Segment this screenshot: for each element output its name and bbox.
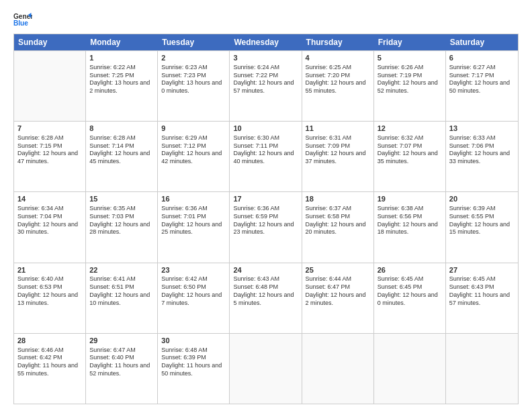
day-number: 7 bbox=[17, 124, 82, 134]
day-info: Sunrise: 6:32 AM Sunset: 7:07 PM Dayligh… bbox=[378, 134, 442, 166]
day-cell-29: 29Sunrise: 6:47 AM Sunset: 6:40 PM Dayli… bbox=[86, 334, 158, 404]
day-info: Sunrise: 6:37 AM Sunset: 6:58 PM Dayligh… bbox=[306, 205, 370, 236]
calendar-header: SundayMondayTuesdayWednesdayThursdayFrid… bbox=[14, 34, 518, 50]
day-cell-19: 19Sunrise: 6:38 AM Sunset: 6:56 PM Dayli… bbox=[374, 192, 446, 262]
header-day-thursday: Thursday bbox=[302, 34, 374, 50]
header-day-friday: Friday bbox=[374, 34, 446, 50]
day-info: Sunrise: 6:45 AM Sunset: 6:43 PM Dayligh… bbox=[449, 275, 515, 307]
day-number: 3 bbox=[233, 53, 298, 63]
day-number: 6 bbox=[449, 53, 515, 63]
day-cell-1: 1Sunrise: 6:22 AM Sunset: 7:25 PM Daylig… bbox=[86, 51, 158, 121]
day-info: Sunrise: 6:28 AM Sunset: 7:15 PM Dayligh… bbox=[17, 134, 82, 166]
day-info: Sunrise: 6:22 AM Sunset: 7:25 PM Dayligh… bbox=[89, 64, 154, 95]
day-cell-26: 26Sunrise: 6:45 AM Sunset: 6:45 PM Dayli… bbox=[374, 263, 446, 333]
calendar-body: 1Sunrise: 6:22 AM Sunset: 7:25 PM Daylig… bbox=[14, 50, 518, 404]
day-info: Sunrise: 6:23 AM Sunset: 7:23 PM Dayligh… bbox=[161, 64, 226, 95]
day-number: 18 bbox=[306, 194, 370, 204]
day-cell-6: 6Sunrise: 6:27 AM Sunset: 7:17 PM Daylig… bbox=[446, 51, 518, 121]
day-info: Sunrise: 6:41 AM Sunset: 6:51 PM Dayligh… bbox=[89, 275, 154, 307]
day-number: 23 bbox=[161, 265, 226, 275]
day-cell-11: 11Sunrise: 6:31 AM Sunset: 7:09 PM Dayli… bbox=[302, 122, 374, 191]
day-info: Sunrise: 6:33 AM Sunset: 7:06 PM Dayligh… bbox=[449, 134, 515, 166]
day-info: Sunrise: 6:44 AM Sunset: 6:47 PM Dayligh… bbox=[306, 275, 370, 307]
logo: General Blue bbox=[13, 11, 32, 30]
day-number: 9 bbox=[161, 124, 226, 134]
day-cell-17: 17Sunrise: 6:36 AM Sunset: 6:59 PM Dayli… bbox=[230, 192, 302, 262]
day-cell-16: 16Sunrise: 6:36 AM Sunset: 7:01 PM Dayli… bbox=[158, 192, 230, 262]
day-cell-22: 22Sunrise: 6:41 AM Sunset: 6:51 PM Dayli… bbox=[86, 263, 158, 333]
day-info: Sunrise: 6:43 AM Sunset: 6:48 PM Dayligh… bbox=[233, 275, 298, 307]
day-cell-25: 25Sunrise: 6:44 AM Sunset: 6:47 PM Dayli… bbox=[302, 263, 374, 333]
week-row-3: 21Sunrise: 6:40 AM Sunset: 6:53 PM Dayli… bbox=[14, 263, 518, 333]
day-cell-15: 15Sunrise: 6:35 AM Sunset: 7:03 PM Dayli… bbox=[86, 192, 158, 262]
day-cell-5: 5Sunrise: 6:26 AM Sunset: 7:19 PM Daylig… bbox=[374, 51, 446, 121]
day-info: Sunrise: 6:38 AM Sunset: 6:56 PM Dayligh… bbox=[378, 205, 442, 236]
header-day-wednesday: Wednesday bbox=[230, 34, 302, 50]
day-number: 29 bbox=[89, 336, 154, 346]
header-day-saturday: Saturday bbox=[446, 34, 518, 50]
day-number: 14 bbox=[17, 194, 82, 204]
empty-cell bbox=[374, 334, 446, 404]
day-info: Sunrise: 6:24 AM Sunset: 7:22 PM Dayligh… bbox=[233, 64, 298, 95]
day-cell-9: 9Sunrise: 6:29 AM Sunset: 7:12 PM Daylig… bbox=[158, 122, 230, 191]
day-cell-13: 13Sunrise: 6:33 AM Sunset: 7:06 PM Dayli… bbox=[446, 122, 518, 191]
day-number: 20 bbox=[449, 194, 515, 204]
day-number: 4 bbox=[306, 53, 370, 63]
day-number: 26 bbox=[378, 265, 442, 275]
header-day-tuesday: Tuesday bbox=[158, 34, 230, 50]
logo-icon: General Blue bbox=[13, 11, 32, 30]
day-number: 28 bbox=[17, 336, 82, 346]
day-number: 17 bbox=[233, 194, 298, 204]
day-info: Sunrise: 6:31 AM Sunset: 7:09 PM Dayligh… bbox=[306, 134, 370, 166]
day-number: 13 bbox=[449, 124, 515, 134]
week-row-0: 1Sunrise: 6:22 AM Sunset: 7:25 PM Daylig… bbox=[14, 50, 518, 121]
day-number: 25 bbox=[306, 265, 370, 275]
day-info: Sunrise: 6:28 AM Sunset: 7:14 PM Dayligh… bbox=[89, 134, 154, 166]
day-number: 11 bbox=[306, 124, 370, 134]
day-cell-10: 10Sunrise: 6:30 AM Sunset: 7:11 PM Dayli… bbox=[230, 122, 302, 191]
day-info: Sunrise: 6:47 AM Sunset: 6:40 PM Dayligh… bbox=[89, 347, 154, 378]
day-info: Sunrise: 6:46 AM Sunset: 6:42 PM Dayligh… bbox=[17, 347, 82, 378]
day-cell-21: 21Sunrise: 6:40 AM Sunset: 6:53 PM Dayli… bbox=[14, 263, 86, 333]
day-info: Sunrise: 6:27 AM Sunset: 7:17 PM Dayligh… bbox=[449, 64, 515, 95]
day-info: Sunrise: 6:35 AM Sunset: 7:03 PM Dayligh… bbox=[89, 205, 154, 236]
day-cell-20: 20Sunrise: 6:39 AM Sunset: 6:55 PM Dayli… bbox=[446, 192, 518, 262]
day-number: 24 bbox=[233, 265, 298, 275]
day-info: Sunrise: 6:26 AM Sunset: 7:19 PM Dayligh… bbox=[378, 64, 442, 95]
day-info: Sunrise: 6:36 AM Sunset: 7:01 PM Dayligh… bbox=[161, 205, 226, 236]
day-number: 22 bbox=[89, 265, 154, 275]
day-number: 19 bbox=[378, 194, 442, 204]
day-info: Sunrise: 6:34 AM Sunset: 7:04 PM Dayligh… bbox=[17, 205, 82, 236]
day-cell-3: 3Sunrise: 6:24 AM Sunset: 7:22 PM Daylig… bbox=[230, 51, 302, 121]
day-info: Sunrise: 6:29 AM Sunset: 7:12 PM Dayligh… bbox=[161, 134, 226, 166]
day-number: 16 bbox=[161, 194, 226, 204]
empty-cell bbox=[230, 334, 302, 404]
day-info: Sunrise: 6:45 AM Sunset: 6:45 PM Dayligh… bbox=[378, 275, 442, 307]
day-cell-8: 8Sunrise: 6:28 AM Sunset: 7:14 PM Daylig… bbox=[86, 122, 158, 191]
day-info: Sunrise: 6:25 AM Sunset: 7:20 PM Dayligh… bbox=[306, 64, 370, 95]
day-number: 1 bbox=[89, 53, 154, 63]
day-number: 2 bbox=[161, 53, 226, 63]
day-number: 15 bbox=[89, 194, 154, 204]
day-number: 27 bbox=[449, 265, 515, 275]
day-cell-28: 28Sunrise: 6:46 AM Sunset: 6:42 PM Dayli… bbox=[14, 334, 86, 404]
day-cell-18: 18Sunrise: 6:37 AM Sunset: 6:58 PM Dayli… bbox=[302, 192, 374, 262]
empty-cell bbox=[14, 51, 86, 121]
week-row-1: 7Sunrise: 6:28 AM Sunset: 7:15 PM Daylig… bbox=[14, 121, 518, 191]
day-info: Sunrise: 6:30 AM Sunset: 7:11 PM Dayligh… bbox=[233, 134, 298, 166]
calendar: SundayMondayTuesdayWednesdayThursdayFrid… bbox=[13, 34, 519, 404]
day-cell-4: 4Sunrise: 6:25 AM Sunset: 7:20 PM Daylig… bbox=[302, 51, 374, 121]
day-number: 8 bbox=[89, 124, 154, 134]
day-info: Sunrise: 6:48 AM Sunset: 6:39 PM Dayligh… bbox=[161, 347, 226, 378]
day-cell-27: 27Sunrise: 6:45 AM Sunset: 6:43 PM Dayli… bbox=[446, 263, 518, 333]
day-cell-24: 24Sunrise: 6:43 AM Sunset: 6:48 PM Dayli… bbox=[230, 263, 302, 333]
day-number: 12 bbox=[378, 124, 442, 134]
day-cell-14: 14Sunrise: 6:34 AM Sunset: 7:04 PM Dayli… bbox=[14, 192, 86, 262]
day-number: 21 bbox=[17, 265, 82, 275]
day-cell-7: 7Sunrise: 6:28 AM Sunset: 7:15 PM Daylig… bbox=[14, 122, 86, 191]
day-number: 30 bbox=[161, 336, 226, 346]
week-row-4: 28Sunrise: 6:46 AM Sunset: 6:42 PM Dayli… bbox=[14, 333, 518, 404]
day-cell-12: 12Sunrise: 6:32 AM Sunset: 7:07 PM Dayli… bbox=[374, 122, 446, 191]
header-day-monday: Monday bbox=[86, 34, 158, 50]
svg-text:Blue: Blue bbox=[13, 19, 28, 27]
